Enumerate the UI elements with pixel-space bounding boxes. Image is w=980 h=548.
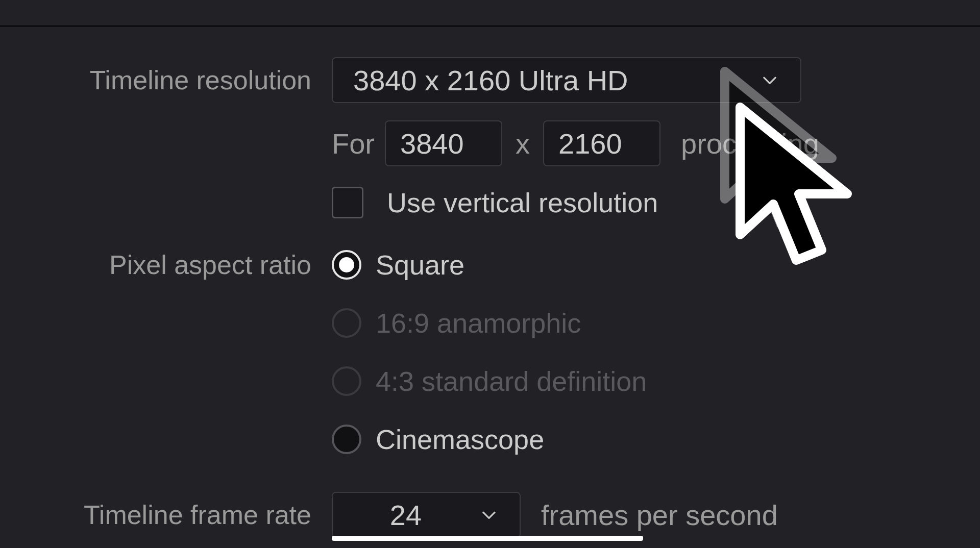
par-cinemascope-radio[interactable] — [332, 425, 361, 454]
par-sd43-radio[interactable] — [332, 366, 361, 396]
par-square-label: Square — [376, 249, 464, 281]
timeline-resolution-value: 3840 x 2160 Ultra HD — [353, 64, 760, 97]
resolution-height-input[interactable]: 2160 — [543, 120, 660, 166]
chevron-down-icon — [479, 505, 499, 525]
use-vertical-resolution-label: Use vertical resolution — [387, 187, 658, 218]
pixel-aspect-ratio-label: Pixel aspect ratio — [0, 250, 332, 280]
processing-label: processing — [681, 127, 819, 160]
timeline-frame-rate-select[interactable]: 24 — [332, 492, 521, 538]
timeline-settings-form: Timeline resolution 3840 x 2160 Ultra HD… — [0, 26, 980, 538]
chevron-down-icon — [760, 70, 780, 90]
par-sd43-label: 4:3 standard definition — [376, 365, 647, 397]
top-bar — [0, 0, 980, 27]
par-anamorphic-radio[interactable] — [332, 308, 361, 338]
bottom-indicator-bar — [332, 536, 643, 541]
par-square-radio[interactable] — [332, 250, 361, 280]
par-anamorphic-label: 16:9 anamorphic — [376, 307, 581, 339]
timeline-frame-rate-value: 24 — [353, 499, 479, 532]
x-label: x — [512, 127, 533, 160]
timeline-resolution-select[interactable]: 3840 x 2160 Ultra HD — [332, 57, 801, 103]
use-vertical-resolution-checkbox[interactable] — [332, 187, 363, 218]
frames-per-second-label: frames per second — [541, 499, 778, 532]
resolution-width-input[interactable]: 3840 — [385, 120, 502, 166]
par-cinemascope-label: Cinemascope — [376, 424, 544, 455]
timeline-frame-rate-label: Timeline frame rate — [0, 500, 332, 530]
for-label: For — [332, 127, 375, 160]
timeline-resolution-label: Timeline resolution — [0, 65, 332, 95]
